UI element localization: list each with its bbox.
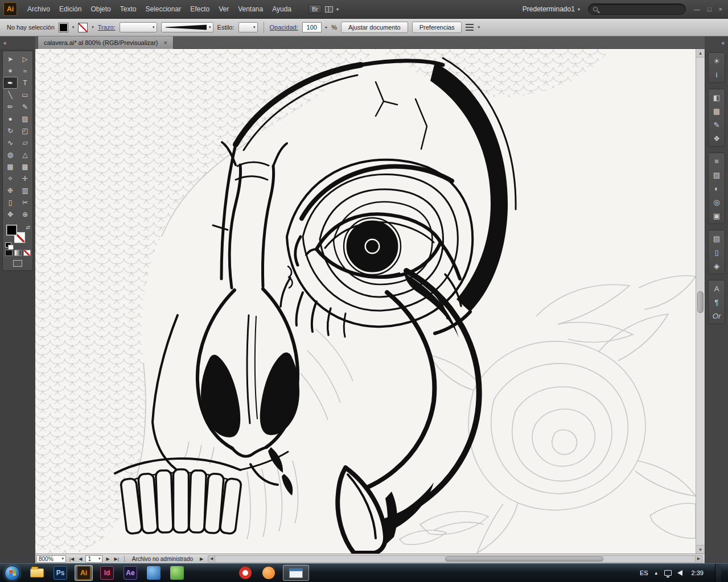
- show-desktop-button[interactable]: [715, 564, 721, 582]
- opacity-spinner-icon[interactable]: ▸: [326, 25, 328, 30]
- slice-tool[interactable]: ✂: [18, 196, 32, 208]
- opacity-link[interactable]: Opacidad:: [270, 24, 298, 31]
- active-window-icon[interactable]: [283, 565, 309, 581]
- column-graph-tool[interactable]: ▥: [18, 184, 32, 196]
- type-tool[interactable]: T: [18, 77, 32, 89]
- pen-tool[interactable]: ✒: [3, 77, 18, 89]
- pencil-tool[interactable]: ✎: [18, 101, 32, 113]
- app-orange-icon[interactable]: [260, 565, 278, 581]
- info-panel-icon[interactable]: i: [709, 68, 725, 81]
- menu-seleccionar[interactable]: Seleccionar: [141, 0, 186, 18]
- none-mode-button[interactable]: [23, 250, 31, 256]
- clock[interactable]: 2:39: [692, 569, 704, 576]
- layers-panel-icon[interactable]: ▤: [709, 232, 725, 245]
- color-mode-button[interactable]: [5, 250, 13, 256]
- color-guide-panel-icon[interactable]: ◧: [709, 90, 725, 104]
- last-artboard-icon[interactable]: ▶|: [113, 556, 120, 562]
- menu-objeto[interactable]: Objeto: [86, 0, 115, 18]
- stroke-panel-link[interactable]: Trazo:: [98, 24, 116, 31]
- vertical-scroll-thumb[interactable]: [697, 291, 704, 313]
- paintbrush-tool[interactable]: ✏: [3, 101, 18, 113]
- start-button[interactable]: [5, 566, 20, 581]
- character-panel-icon[interactable]: A: [709, 282, 725, 295]
- artboards-panel-icon[interactable]: ▯: [709, 245, 725, 259]
- search-input[interactable]: [601, 6, 675, 13]
- fit-document-button[interactable]: Ajustar documento: [341, 22, 408, 33]
- menu-ayuda[interactable]: Ayuda: [268, 0, 296, 18]
- horizontal-scrollbar[interactable]: ◀ ▶: [208, 555, 702, 563]
- gradient-panel-icon[interactable]: ▨: [709, 168, 725, 181]
- explorer-icon[interactable]: [28, 565, 46, 581]
- navigator-panel-icon[interactable]: ◈: [709, 259, 725, 273]
- mesh-tool[interactable]: ▦: [3, 160, 18, 172]
- stroke-color-swatch[interactable]: [78, 23, 88, 32]
- scroll-left-icon[interactable]: ◀: [208, 556, 215, 562]
- appearance-panel-icon[interactable]: ◎: [709, 195, 725, 209]
- symbols-panel-icon[interactable]: ❖: [709, 131, 725, 145]
- zoom-level-dropdown[interactable]: 800% ▾: [36, 555, 66, 563]
- graphic-styles-panel-icon[interactable]: ▣: [709, 209, 725, 222]
- stroke-caret-icon[interactable]: ▾: [92, 25, 94, 30]
- shape-builder-tool[interactable]: ◍: [3, 148, 18, 160]
- free-transform-tool[interactable]: ▱: [18, 137, 32, 148]
- scroll-right-icon[interactable]: ▶: [695, 556, 702, 562]
- eraser-tool[interactable]: ▨: [18, 113, 32, 125]
- blob-brush-tool[interactable]: ●: [3, 113, 18, 125]
- vertical-scrollbar[interactable]: ▲ ▼: [696, 49, 705, 554]
- toolbar-collapse-header[interactable]: «: [0, 36, 35, 49]
- menu-ventana[interactable]: Ventana: [233, 0, 268, 18]
- status-menu-icon[interactable]: ▶: [199, 556, 204, 562]
- next-artboard-icon[interactable]: ▶: [105, 556, 110, 562]
- direct-selection-tool[interactable]: ▷: [18, 53, 32, 65]
- stroke-panel-icon[interactable]: ≡: [709, 154, 725, 168]
- restore-button[interactable]: □: [708, 6, 711, 13]
- fill-swatch[interactable]: [6, 225, 17, 236]
- menu-archivo[interactable]: Archivo: [23, 0, 55, 18]
- horizontal-scroll-thumb[interactable]: [445, 556, 603, 562]
- arrange-documents-caret-icon[interactable]: ▾: [336, 7, 339, 12]
- artboard-tool[interactable]: ▯: [3, 196, 18, 208]
- blend-tool[interactable]: ✛: [18, 172, 32, 184]
- style-dropdown[interactable]: ▾: [238, 22, 258, 32]
- lasso-tool[interactable]: ≈: [18, 65, 32, 77]
- go-to-bridge-button[interactable]: Br: [309, 5, 322, 14]
- control-panel-options-icon[interactable]: [466, 24, 474, 31]
- minimize-button[interactable]: —: [694, 6, 700, 13]
- color-panel-icon[interactable]: ☀: [709, 54, 725, 68]
- transparency-panel-icon[interactable]: ◐: [709, 181, 725, 195]
- illustrator-icon[interactable]: Ai: [75, 565, 93, 581]
- chevron-down-icon[interactable]: ▾: [478, 25, 480, 30]
- menu-texto[interactable]: Texto: [116, 0, 141, 18]
- rectangle-tool[interactable]: ▭: [18, 89, 32, 101]
- preferences-button[interactable]: Preferencias: [412, 22, 462, 33]
- after-effects-icon[interactable]: Ae: [121, 565, 139, 581]
- artboard-number-dropdown[interactable]: 1 ▾: [85, 555, 102, 563]
- scale-tool[interactable]: ◰: [18, 125, 32, 137]
- stroke-weight-dropdown[interactable]: ▾: [120, 22, 157, 32]
- opacity-input[interactable]: 100: [302, 22, 322, 32]
- app-red-icon[interactable]: [236, 565, 254, 581]
- symbol-sprayer-tool[interactable]: ❉: [3, 184, 18, 196]
- dock-collapse-header[interactable]: «: [705, 36, 728, 49]
- app-blue-icon[interactable]: [145, 565, 163, 581]
- document-canvas[interactable]: [35, 49, 696, 554]
- screen-mode-button[interactable]: [13, 260, 22, 267]
- swap-fill-stroke-icon[interactable]: ⇄: [26, 225, 30, 230]
- paragraph-panel-icon[interactable]: ¶: [709, 295, 725, 309]
- eyedropper-tool[interactable]: ✧: [3, 172, 18, 184]
- fill-caret-icon[interactable]: ▾: [72, 25, 75, 30]
- first-artboard-icon[interactable]: |◀: [68, 556, 75, 562]
- close-tab-icon[interactable]: ×: [164, 39, 167, 46]
- brushes-panel-icon[interactable]: ✎: [709, 118, 725, 131]
- brush-definition-dropdown[interactable]: ▾: [161, 22, 213, 32]
- gradient-mode-button[interactable]: [14, 250, 22, 256]
- network-icon[interactable]: [664, 570, 672, 576]
- default-fill-stroke-icon[interactable]: [5, 242, 11, 247]
- menu-ver[interactable]: Ver: [214, 0, 233, 18]
- hand-tool[interactable]: ✥: [3, 208, 18, 220]
- close-button[interactable]: ×: [719, 6, 722, 13]
- scroll-down-icon[interactable]: ▼: [696, 545, 705, 554]
- gradient-tool[interactable]: ▩: [18, 160, 32, 172]
- app-green-icon[interactable]: [168, 565, 186, 581]
- search-box[interactable]: [588, 3, 686, 15]
